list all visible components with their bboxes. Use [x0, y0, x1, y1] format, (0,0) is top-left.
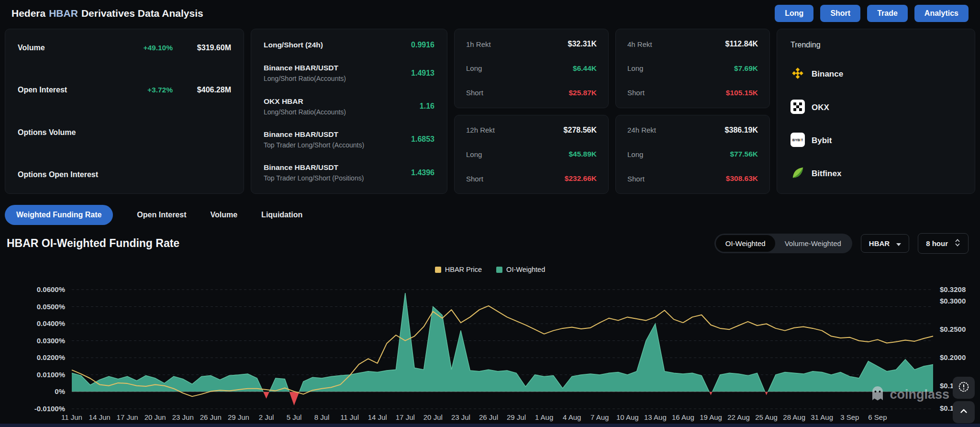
rekt-total: $112.84K — [725, 40, 758, 48]
svg-text:0.0300%: 0.0300% — [37, 337, 65, 345]
svg-text:29 Jun: 29 Jun — [228, 413, 249, 421]
tab-liquidation[interactable]: Liquidation — [261, 211, 302, 219]
long-button[interactable]: Long — [775, 5, 813, 22]
symbol-select-value: HBAR — [869, 239, 890, 247]
rekt-title: 12h Rekt — [466, 126, 495, 134]
svg-text:29 Jul: 29 Jul — [507, 413, 526, 421]
legend-oi-weighted[interactable]: OI-Weighted — [496, 266, 545, 273]
chart-controls: OI-Weighted Volume-Weighted HBAR 8 hour — [714, 233, 969, 254]
chart-title: HBAR OI-Weighted Funding Rate — [7, 237, 179, 250]
horizontal-scrollbar[interactable] — [0, 424, 980, 427]
chevron-down-icon — [896, 239, 901, 247]
tab-open-interest[interactable]: Open Interest — [137, 211, 186, 219]
rekt-long-row: Long $6.44K — [466, 64, 597, 73]
stat-value: $406.28M — [173, 86, 231, 94]
svg-text:7 Aug: 7 Aug — [590, 413, 609, 421]
rekt-short-row: Short $308.63K — [627, 174, 758, 183]
rekt-card-4h: 4h Rekt $112.84K Long $7.69K Short $105.… — [615, 29, 770, 108]
svg-text:14 Jun: 14 Jun — [89, 413, 111, 421]
legend-label: OI-Weighted — [506, 266, 545, 273]
svg-text:BYBIT: BYBIT — [792, 138, 803, 142]
scroll-to-top-button[interactable] — [953, 401, 975, 423]
bitfinex-logo-icon — [791, 166, 805, 182]
svg-text:$0.2500: $0.2500 — [940, 325, 966, 333]
rekt-short-label: Short — [466, 175, 483, 183]
rekt-total-row: 12h Rekt $278.56K — [466, 126, 597, 135]
page-title: Hedera HBAR Derivatives Data Analysis — [11, 8, 203, 19]
rekt-short-label: Short — [627, 175, 645, 183]
rekt-long-value: $77.56K — [730, 150, 758, 158]
trending-item-bitfinex[interactable]: Bitfinex — [791, 166, 961, 182]
long-short-row: Long/Short (24h) 0.9916 — [264, 41, 434, 49]
interval-select-value: 8 hour — [926, 239, 948, 247]
bybit-logo-icon: BYBIT — [791, 133, 805, 149]
long-short-row: Binance HBAR/USDT Long/Short Ratio(Accou… — [264, 64, 434, 82]
svg-text:23 Jun: 23 Jun — [172, 413, 194, 421]
svg-text:11 Jun: 11 Jun — [61, 413, 82, 421]
long-short-row: Binance HBAR/USDT Top Trader Long/Short … — [264, 130, 434, 149]
stat-label: Options Volume — [18, 128, 76, 137]
long-short-row: OKX HBAR Long/Short Ratio(Accounts) 1.16 — [264, 97, 434, 116]
rekt-short-value: $308.63K — [726, 174, 758, 183]
svg-text:0.0600%: 0.0600% — [37, 285, 65, 293]
toggle-volume-weighted[interactable]: Volume-Weighted — [775, 235, 851, 252]
rekt-short-row: Short $25.87K — [466, 89, 597, 97]
trending-item-okx[interactable]: OKX — [791, 100, 961, 116]
svg-text:26 Jun: 26 Jun — [200, 413, 222, 421]
svg-text:17 Jul: 17 Jul — [396, 413, 415, 421]
alert-badge-button[interactable] — [953, 377, 975, 399]
page-header: Hedera HBAR Derivatives Data Analysis Lo… — [0, 0, 980, 27]
stat-label: Volume — [18, 44, 45, 52]
rekt-long-value: $6.44K — [573, 64, 597, 73]
rekt-short-value: $232.66K — [565, 174, 597, 183]
rekt-total-row: 24h Rekt $386.19K — [627, 126, 758, 135]
toggle-oi-weighted[interactable]: OI-Weighted — [716, 235, 775, 252]
trending-card: Trending Binance — [777, 29, 975, 194]
ls-subtitle: Long/Short Ratio(Accounts) — [264, 75, 346, 82]
analytics-button[interactable]: Analytics — [914, 5, 969, 22]
svg-text:0.0400%: 0.0400% — [37, 319, 65, 327]
rekt-card-24h: 24h Rekt $386.19K Long $77.56K Short $30… — [615, 115, 770, 194]
trending-item-binance[interactable]: Binance — [791, 66, 961, 82]
alert-badge-icon — [958, 381, 970, 395]
price-legend-swatch — [435, 267, 441, 273]
svg-text:$0.3000: $0.3000 — [940, 297, 966, 305]
svg-text:31 Aug: 31 Aug — [811, 413, 833, 421]
svg-text:$0.3208: $0.3208 — [940, 285, 966, 293]
short-button[interactable]: Short — [820, 5, 860, 22]
rekt-long-value: $45.89K — [568, 150, 597, 158]
rekt-short-value: $25.87K — [568, 89, 597, 97]
rekt-card-1h: 1h Rekt $32.31K Long $6.44K Short $25.87… — [454, 29, 609, 108]
ls-title: Long/Short (24h) — [264, 41, 323, 49]
interval-select[interactable]: 8 hour — [918, 233, 969, 254]
rekt-total-row: 4h Rekt $112.84K — [627, 40, 758, 48]
svg-text:4 Aug: 4 Aug — [563, 413, 581, 421]
stat-change: +49.10% — [143, 44, 173, 52]
svg-text:20 Jul: 20 Jul — [423, 413, 443, 421]
ls-value: 1.6853 — [411, 135, 434, 144]
summary-cards-row: Volume +49.10% $319.60M Open Interest +3… — [5, 29, 975, 194]
stat-row-volume: Volume +49.10% $319.60M — [18, 44, 231, 52]
rekt-long-label: Long — [627, 150, 643, 158]
trending-item-bybit[interactable]: BYBIT Bybit — [791, 133, 961, 149]
rekt-total: $386.19K — [725, 126, 758, 135]
legend-hbar-price[interactable]: HBAR Price — [435, 266, 482, 273]
chart-tabs: Weighted Funding Rate Open Interest Volu… — [5, 204, 975, 225]
svg-text:13 Aug: 13 Aug — [644, 413, 667, 421]
rekt-long-label: Long — [466, 64, 482, 72]
tab-weighted-funding-rate[interactable]: Weighted Funding Rate — [5, 205, 113, 225]
svg-text:5 Jul: 5 Jul — [287, 413, 302, 421]
symbol-select[interactable]: HBAR — [861, 234, 909, 253]
updown-arrows-icon — [955, 238, 960, 248]
svg-text:17 Jun: 17 Jun — [117, 413, 138, 421]
ls-title: OKX HBAR — [264, 97, 346, 106]
funding-rate-chart[interactable]: 0.0600%0.0500%0.0400%0.0300%0.0200%0.010… — [0, 278, 980, 424]
tab-volume[interactable]: Volume — [211, 211, 238, 219]
exchange-name: Binance — [812, 69, 843, 79]
rekt-short-row: Short $105.15K — [627, 89, 758, 97]
rekt-long-value: $7.69K — [734, 64, 758, 73]
rekt-title: 4h Rekt — [627, 40, 652, 48]
svg-text:23 Jul: 23 Jul — [451, 413, 470, 421]
trade-button[interactable]: Trade — [867, 5, 908, 22]
ls-subtitle: Top Trader Long/Short (Positions) — [264, 174, 364, 182]
